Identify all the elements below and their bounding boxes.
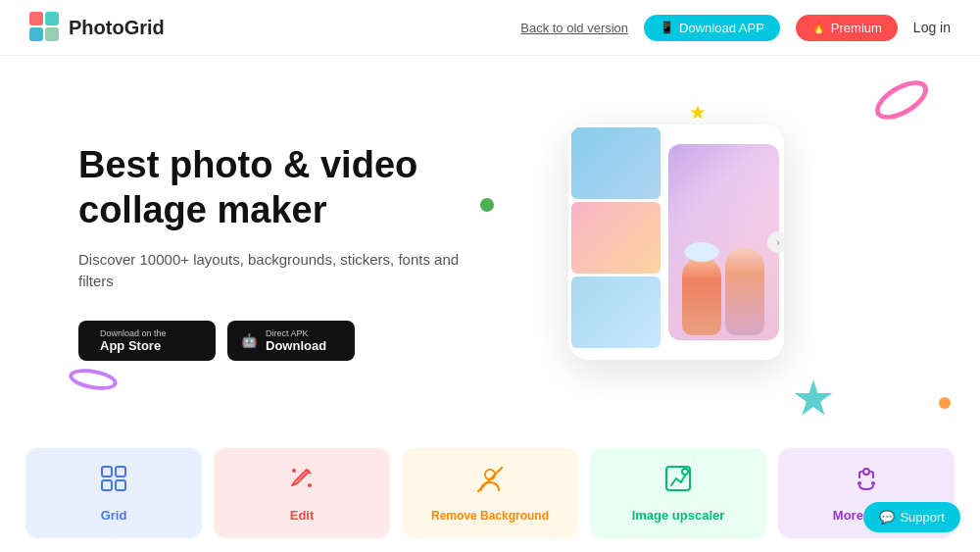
- support-button[interactable]: 💬 Support: [863, 502, 960, 532]
- remove-bg-label: Remove Background: [431, 509, 549, 523]
- login-link[interactable]: Log in: [913, 20, 951, 35]
- person-left: [682, 257, 721, 335]
- svg-point-8: [292, 469, 296, 473]
- svg-point-16: [871, 481, 875, 485]
- svg-point-15: [858, 481, 861, 485]
- hero-subtitle: Discover 10000+ layouts, backgrounds, st…: [78, 249, 490, 293]
- hat: [685, 242, 719, 262]
- edit-icon: [287, 464, 317, 500]
- svg-rect-6: [102, 480, 112, 490]
- feature-card-remove-bg[interactable]: Remove Background: [402, 448, 578, 538]
- collage-grid: [568, 125, 663, 360]
- photo-people: [668, 174, 779, 340]
- logo-text: PhotoGrid: [69, 17, 165, 39]
- upscaler-label: Image upscaler: [632, 508, 725, 523]
- svg-rect-7: [116, 480, 125, 490]
- svg-rect-1: [45, 12, 59, 25]
- ai-section: AI-Powered Marketing Tools: [0, 538, 980, 552]
- deco-orange-circle: [939, 397, 951, 409]
- feature-card-upscaler[interactable]: Image upscaler: [590, 448, 766, 538]
- support-label: Support: [900, 510, 945, 525]
- premium-button[interactable]: Premium: [796, 15, 898, 41]
- hero-right: ›: [490, 85, 902, 419]
- collage-nav-arrow[interactable]: ›: [767, 231, 784, 253]
- download-app-button[interactable]: Download APP: [644, 15, 780, 41]
- svg-rect-12: [666, 467, 690, 490]
- support-icon: 💬: [879, 510, 895, 525]
- app-store-btn-text: Download on the App Store: [100, 328, 167, 353]
- feature-row: Grid Edit Remove Background: [0, 448, 980, 538]
- apk-download-button[interactable]: 🤖 Direct APK Download: [227, 321, 355, 361]
- svg-rect-0: [29, 12, 43, 25]
- person-right: [725, 247, 764, 335]
- collage-cell-1: [571, 127, 661, 199]
- svg-point-14: [863, 469, 869, 475]
- grid-icon: [99, 464, 128, 500]
- svg-rect-3: [45, 27, 59, 41]
- svg-rect-4: [102, 467, 112, 477]
- collage-frame: ›: [568, 125, 784, 360]
- deco-purple-squiggle: [68, 366, 120, 393]
- svg-point-9: [308, 483, 312, 487]
- app-store-button[interactable]: Download on the App Store: [78, 321, 216, 361]
- apk-main-text: Download: [266, 338, 326, 353]
- remove-bg-icon: [475, 465, 505, 501]
- svg-point-10: [485, 470, 495, 479]
- grid-label: Grid: [101, 508, 127, 523]
- app-store-main-text: App Store: [100, 338, 167, 353]
- apk-small-text: Direct APK: [266, 328, 326, 338]
- logo-area[interactable]: PhotoGrid: [29, 12, 165, 43]
- feature-card-grid[interactable]: Grid: [25, 448, 202, 538]
- edit-label: Edit: [290, 508, 315, 523]
- collage-cell-2: [571, 202, 661, 274]
- collage-main-photo: [668, 144, 779, 340]
- hero-title: Best photo & video collage maker: [78, 143, 490, 232]
- hero-section: Best photo & video collage maker Discove…: [0, 56, 980, 438]
- more-tools-icon: [852, 464, 881, 500]
- collage-cell-3: [571, 276, 661, 348]
- android-icon: 🤖: [241, 333, 258, 348]
- feature-card-edit[interactable]: Edit: [214, 448, 390, 538]
- svg-rect-5: [116, 467, 125, 477]
- header: PhotoGrid Back to old version Download A…: [0, 0, 980, 56]
- back-to-old-link[interactable]: Back to old version: [520, 21, 628, 35]
- cta-buttons: Download on the App Store 🤖 Direct APK D…: [78, 321, 490, 361]
- svg-rect-2: [29, 27, 43, 41]
- hero-left: Best photo & video collage maker Discove…: [78, 143, 490, 360]
- apk-btn-text: Direct APK Download: [266, 328, 326, 353]
- header-right: Back to old version Download APP Premium…: [520, 15, 951, 41]
- upscaler-icon: [663, 464, 693, 500]
- svg-point-13: [682, 469, 688, 475]
- logo-icon: [29, 12, 61, 43]
- app-store-small-text: Download on the: [100, 328, 167, 338]
- phone-mockup: ›: [539, 115, 853, 389]
